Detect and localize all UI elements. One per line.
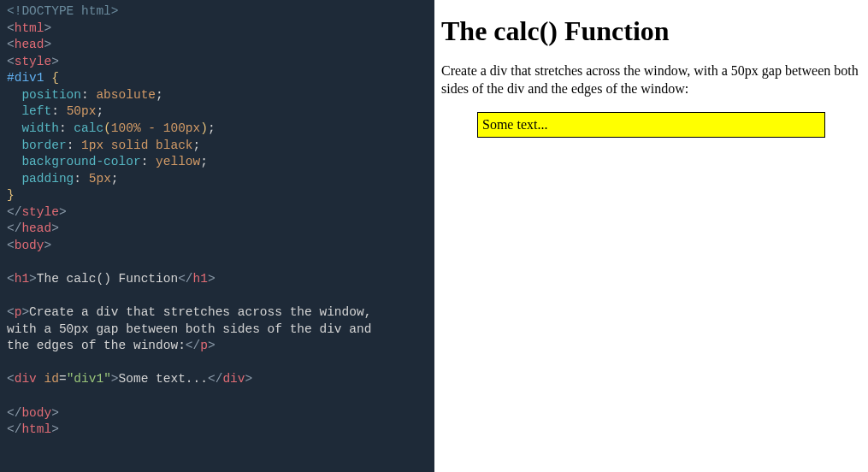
preview-paragraph: Create a div that stretches across the w… [441, 62, 861, 98]
preview-heading: The calc() Function [441, 15, 861, 47]
preview-pane: The calc() Function Create a div that st… [434, 0, 868, 472]
preview-div1: Some text... [477, 112, 825, 138]
code-editor[interactable]: <!DOCTYPE html> <html> <head> <style> #d… [0, 0, 434, 472]
